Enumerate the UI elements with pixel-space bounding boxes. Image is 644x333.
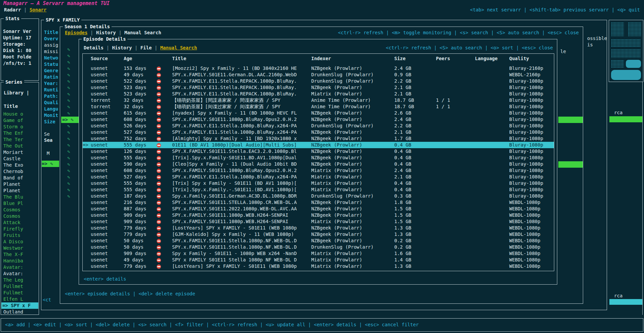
series-list-item[interactable]: Avatar: bbox=[1, 264, 38, 270]
series-list-item[interactable]: Band of bbox=[1, 175, 38, 181]
series-list-item[interactable]: A Disco bbox=[1, 239, 38, 245]
series-list-item[interactable]: Moriart bbox=[1, 149, 38, 156]
result-row[interactable]: usenet555 days[Trix].Spy.x.Family.-.S01E… bbox=[83, 186, 554, 193]
result-row[interactable]: usenet49 daysSPY.x.FAMILY.S01E11.German.… bbox=[83, 72, 554, 78]
row-selector bbox=[83, 174, 91, 180]
series-list-item[interactable]: The Enf bbox=[1, 130, 38, 136]
result-row[interactable]: usenet909 daysSpy x Family - S01E11 - 10… bbox=[83, 250, 554, 257]
result-indexer: DrunkenSlug (Prowlarr) bbox=[311, 244, 394, 250]
result-row[interactable]: usenet50 daysSPY.x.FAMILY.S01E11.Stella.… bbox=[83, 244, 554, 250]
episode-tab-history[interactable]: History bbox=[112, 45, 132, 50]
result-source: usenet bbox=[91, 129, 124, 135]
result-row[interactable]: usenet527 daysSPY.x.FAMILY.E11.Stella.10… bbox=[83, 174, 554, 180]
series-list-item[interactable]: The Blu bbox=[1, 194, 38, 200]
series-list-item[interactable]: Attack bbox=[1, 219, 38, 226]
result-quality: WEBDL-1080p bbox=[509, 238, 554, 244]
result-row[interactable]: usenet590 days[Cleo]Spy x Family - 11 (D… bbox=[83, 161, 554, 167]
no-entry-icon bbox=[157, 169, 161, 173]
stats-line: Sonarr Ver bbox=[3, 28, 38, 35]
series-list-item[interactable]: Outland bbox=[1, 309, 38, 314]
series-list-item[interactable]: Castle bbox=[1, 156, 38, 162]
series-list-item[interactable]: Cosmos bbox=[1, 207, 38, 213]
result-quality: WEBDL-1080p bbox=[509, 199, 554, 206]
series-list-item[interactable]: Hanniba bbox=[1, 258, 38, 264]
result-row[interactable]: usenet887 daysSPY.x.FAMILY.S01E11.2022.1… bbox=[83, 206, 554, 212]
season-tab-manual-search[interactable]: Manual Search bbox=[124, 30, 161, 35]
result-row[interactable]: usenet526 daysSPY.x.FAMILY.E11.Stella.10… bbox=[83, 123, 554, 129]
result-row[interactable]: =>usenet555 days01E11 (BD AV1 1080p)[Dua… bbox=[83, 142, 554, 148]
series-list-item[interactable]: The X-F bbox=[1, 251, 38, 258]
result-row[interactable]: usenet555 days[Trix] Spy x Family - S01E… bbox=[83, 180, 554, 186]
season-tab-episodes[interactable]: Episodes bbox=[65, 30, 87, 35]
series-list-item[interactable]: Avatar: bbox=[1, 270, 38, 277]
result-row[interactable]: torrent32 days【喵萌奶茶屋】[間諜過家家 / 間谍家家酒 / SP… bbox=[83, 97, 554, 103]
series-list-item[interactable]: Fullmet bbox=[1, 290, 38, 296]
series-list-item[interactable]: Chernob bbox=[1, 168, 38, 175]
result-row[interactable]: usenet909 daysSPY.x.FAMILY.S01E11.1080p.… bbox=[83, 218, 554, 225]
series-list-item[interactable]: Game of bbox=[1, 117, 38, 124]
result-title: SPY.x.FAMILY.E11.Stella.1080p.BluRay.x26… bbox=[172, 129, 311, 135]
series-list-item[interactable]: Planet bbox=[1, 181, 38, 188]
result-age: 590 days bbox=[124, 161, 156, 167]
result-peers bbox=[436, 129, 475, 135]
result-row[interactable]: usenet779 days[LostYears] SPY x FAMILY -… bbox=[83, 225, 554, 231]
result-row[interactable]: usenet608 daysSPY.x.FAMILY.S01E11.1080p.… bbox=[83, 116, 554, 123]
series-list-item[interactable]: Firefly bbox=[1, 226, 38, 232]
result-row[interactable]: usenet752 days[Almighty] Spy x Family - … bbox=[83, 135, 554, 142]
result-source: usenet bbox=[91, 91, 124, 97]
series-list-item[interactable]: The Exo bbox=[1, 162, 38, 168]
result-row[interactable]: torrent32 days【喵萌奶茶屋】[间谍过家家 / 间谍家家酒 / SP… bbox=[83, 103, 554, 110]
result-row[interactable]: usenet216 daysSPY.x.FAMILY.S01E11.STELLA… bbox=[83, 199, 554, 206]
result-title: [Trix] Spy x Family - S01E11 (BD AV1 108… bbox=[172, 180, 311, 186]
rejection-cell bbox=[156, 123, 172, 129]
episode-tab-details[interactable]: Details bbox=[84, 45, 104, 50]
result-row[interactable]: usenet555 days[Trix].Spy.x.Family-S01E11… bbox=[83, 155, 554, 161]
tab-radarr[interactable]: Radarr bbox=[4, 7, 21, 12]
series-list-item[interactable]: Westwor bbox=[1, 245, 38, 251]
episode-monitored-icon: ✎ bbox=[61, 187, 79, 193]
result-age: 49 days bbox=[124, 257, 156, 263]
series-list-item[interactable]: The Leg bbox=[1, 277, 38, 283]
result-row[interactable]: usenet49 daysSPY x FAMILY S01E11 Stella … bbox=[83, 257, 554, 263]
rejection-cell bbox=[156, 174, 172, 180]
episode-tab-file[interactable]: File bbox=[140, 45, 152, 50]
series-list-item[interactable]: Cosmos bbox=[1, 213, 38, 219]
result-row[interactable]: usenet608 daysSPY.x.FAMILY.S01E11.1080p.… bbox=[83, 167, 554, 174]
result-row[interactable]: usenet527 daysSPY.x.FAMILY.E11.Stella.10… bbox=[83, 129, 554, 135]
series-list-item[interactable]: Planet bbox=[1, 188, 38, 194]
result-row[interactable]: usenet909 daysSPY.x.FAMILY.S01E11.1080p.… bbox=[83, 212, 554, 218]
result-row[interactable]: usenet779 days[LostYears] SPY x FAMILY -… bbox=[83, 263, 554, 269]
result-row[interactable]: usenet779 days[GJM-Kaleido] Spy x Family… bbox=[83, 231, 554, 238]
series-list-item[interactable]: Storm o bbox=[1, 124, 38, 130]
result-language bbox=[475, 167, 509, 174]
result-row[interactable]: usenet126 daysSPY.X.FAMILY.S01E11.Stella… bbox=[83, 148, 554, 155]
episode-tab-manual-search[interactable]: Manual Search bbox=[160, 45, 197, 50]
series-list-item[interactable]: Elfen L bbox=[1, 296, 38, 302]
result-row[interactable]: usenet153 days[Moozzi2] Spy x Family - 1… bbox=[83, 65, 554, 72]
result-row[interactable]: usenet50 daysSPY.x.FAMILY.S01E11.Stella.… bbox=[83, 238, 554, 244]
result-source: usenet bbox=[91, 257, 124, 263]
episode-monitored-icon: ✎ bbox=[61, 53, 79, 59]
result-row[interactable]: usenet523 daysSPY.x.FAMILY.E11.Stella.RE… bbox=[83, 84, 554, 91]
tab-library[interactable]: Library | bbox=[4, 90, 29, 96]
season-tab-history[interactable]: History bbox=[96, 30, 116, 35]
results-column-header bbox=[156, 55, 172, 62]
result-size: 2.1 GB bbox=[394, 129, 436, 135]
series-list-item[interactable]: The Out bbox=[1, 143, 38, 149]
tab-sonarr[interactable]: Sonarr bbox=[30, 7, 47, 12]
result-row[interactable]: usenet523 daysSPY.x.FAMILY.E11.Stella.RE… bbox=[83, 91, 554, 97]
result-source: torrent bbox=[91, 97, 124, 103]
result-quality: Bluray-1080p bbox=[509, 142, 554, 148]
row-selector bbox=[83, 110, 91, 116]
series-list-item[interactable]: Fullmet bbox=[1, 283, 38, 290]
result-row[interactable]: usenet522 daysSPY.x.FAMILY.E11.Stella.RE… bbox=[83, 78, 554, 84]
series-list-item[interactable]: => SPY x F bbox=[1, 302, 38, 309]
series-list-item[interactable]: House o bbox=[1, 111, 38, 117]
result-row[interactable]: usenet187 daysSpy.x.Family.S01E11.German… bbox=[83, 193, 554, 199]
result-row[interactable]: usenet615 days[nyadex] Spy x Family - 11… bbox=[83, 110, 554, 116]
series-list-item[interactable]: Fruits bbox=[1, 232, 38, 239]
series-list-item[interactable]: Blue Pl bbox=[1, 200, 38, 207]
result-age: 216 days bbox=[124, 199, 156, 206]
series-list-item[interactable]: The Ter bbox=[1, 136, 38, 143]
no-entry-icon bbox=[157, 143, 161, 148]
